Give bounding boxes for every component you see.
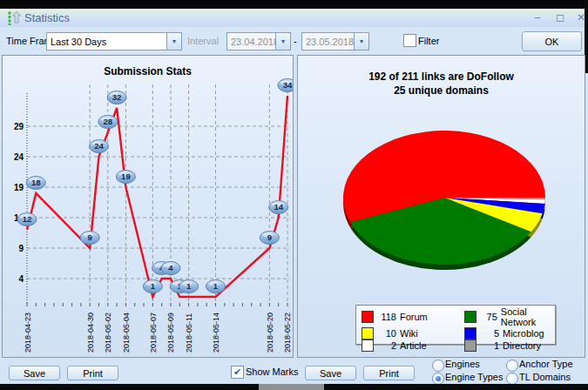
data-point-marker: 1 bbox=[143, 280, 162, 293]
ok-button[interactable]: OK bbox=[522, 31, 582, 51]
x-axis-date-label: 2018-05-09 bbox=[166, 313, 175, 353]
data-point-marker: 34 bbox=[278, 79, 293, 92]
data-point-marker: 9 bbox=[260, 232, 279, 245]
time-frame-value: Last 30 Days bbox=[47, 37, 166, 47]
x-axis-date-label: 2018-05-11 bbox=[185, 313, 193, 353]
print-chart-button-label: Print bbox=[83, 368, 103, 379]
radio-label: Anchor Type bbox=[519, 359, 573, 369]
x-axis-date-label: 2018-05-22 bbox=[283, 313, 292, 353]
interval-to-datepicker[interactable]: 23.05.2018 ▼ bbox=[301, 32, 369, 50]
legend-color-swatch bbox=[362, 311, 374, 323]
save-chart-button[interactable]: Save bbox=[9, 366, 60, 380]
x-axis-date-label: 2018-05-04 bbox=[122, 313, 131, 353]
filter-checkbox[interactable] bbox=[403, 34, 416, 47]
title-bar[interactable]: Statistics – ◻ ✕ bbox=[0, 9, 585, 28]
data-point-marker: 18 bbox=[26, 177, 45, 190]
interval-from-datepicker[interactable]: 23.04.2018 ▼ bbox=[226, 32, 291, 50]
data-point-marker: 12 bbox=[17, 213, 37, 226]
y-axis-tick-label: 9 bbox=[18, 244, 24, 253]
interval-from-value: 23.04.2018 bbox=[227, 37, 275, 47]
legend-label: Social Network bbox=[501, 306, 558, 327]
submission-stats-panel: Submission Stats 49141924292018-04-23201… bbox=[2, 55, 294, 358]
data-point-marker: 19 bbox=[116, 171, 135, 184]
x-axis-date-label: 2018-05-07 bbox=[149, 313, 158, 353]
svg-text:12: 12 bbox=[23, 214, 32, 224]
svg-text:14: 14 bbox=[274, 202, 283, 212]
svg-text:28: 28 bbox=[104, 117, 113, 126]
y-axis-tick-label: 29 bbox=[14, 122, 24, 131]
x-axis-date-label: 2018-04-23 bbox=[24, 313, 32, 353]
svg-text:19: 19 bbox=[121, 171, 131, 181]
background-window-bottom-accent bbox=[259, 384, 324, 390]
y-axis-tick-label: 4 bbox=[18, 274, 24, 284]
time-frame-select[interactable]: Last 30 Days ▼ bbox=[46, 32, 182, 50]
radio-label: Engine Types bbox=[445, 372, 503, 382]
svg-text:32: 32 bbox=[112, 92, 122, 102]
pie-legend: 118Forum10Wiki2Article75Social Network5M… bbox=[355, 305, 556, 345]
radio-engines[interactable] bbox=[432, 360, 444, 372]
background-window-top-edge bbox=[0, 0, 588, 9]
legend-item: 1Directory bbox=[464, 340, 558, 352]
show-marks-checkbox[interactable]: ✔ bbox=[231, 366, 244, 379]
interval-separator: - bbox=[294, 36, 297, 46]
save-pie-button[interactable]: Save bbox=[305, 366, 356, 380]
legend-value: 1 bbox=[480, 340, 499, 351]
interval-label: Interval bbox=[187, 36, 219, 46]
data-point-marker: 32 bbox=[107, 91, 126, 104]
x-axis-date-label: 2018-05-20 bbox=[266, 313, 274, 353]
svg-text:1: 1 bbox=[151, 281, 156, 291]
toolbar: Time Frame Last 30 Days ▼ Interval 23.04… bbox=[0, 27, 585, 54]
radio-label: TL Domains bbox=[519, 372, 571, 382]
maximize-icon[interactable]: ◻ bbox=[551, 10, 569, 24]
svg-text:9: 9 bbox=[88, 232, 92, 242]
save-pie-button-label: Save bbox=[320, 368, 341, 379]
svg-text:1: 1 bbox=[186, 281, 192, 291]
radio-anchor-type[interactable] bbox=[506, 360, 518, 372]
y-axis-tick-label: 24 bbox=[14, 152, 24, 162]
svg-text:4: 4 bbox=[168, 263, 173, 272]
show-marks-label: Show Marks bbox=[246, 366, 299, 377]
save-chart-button-label: Save bbox=[24, 368, 45, 379]
chevron-down-icon[interactable]: ▼ bbox=[275, 33, 290, 50]
svg-text:9: 9 bbox=[267, 232, 272, 242]
close-icon[interactable]: ✕ bbox=[572, 10, 588, 24]
legend-value: 75 bbox=[480, 312, 497, 322]
legend-item: 75Social Network bbox=[464, 306, 558, 327]
interval-to-value: 23.05.2018 bbox=[302, 37, 354, 47]
x-axis-date-label: 2018-05-02 bbox=[104, 313, 112, 353]
legend-label: Article bbox=[400, 340, 427, 351]
radio-tl-domains[interactable] bbox=[506, 373, 518, 385]
print-chart-button[interactable]: Print bbox=[67, 366, 118, 380]
legend-color-swatch bbox=[362, 327, 374, 340]
print-pie-button-label: Print bbox=[379, 368, 399, 379]
legend-label: Directory bbox=[503, 340, 541, 351]
data-point-marker: 1 bbox=[179, 280, 199, 293]
footer-bar: Save Print ✔ Show Marks Save Print Engin… bbox=[0, 358, 588, 384]
legend-item: 2Article bbox=[362, 340, 464, 352]
window-title: Statistics bbox=[24, 11, 70, 24]
filter-label: Filter bbox=[418, 36, 439, 46]
legend-item: 10Wiki bbox=[362, 327, 464, 340]
data-point-marker: 14 bbox=[269, 201, 288, 214]
data-point-marker: 4 bbox=[161, 262, 180, 275]
legend-value: 118 bbox=[377, 312, 396, 322]
legend-label: Microblog bbox=[503, 328, 544, 339]
chevron-down-icon[interactable]: ▼ bbox=[166, 33, 181, 50]
svg-text:18: 18 bbox=[31, 178, 41, 187]
submission-line-chart: 49141924292018-04-232018-04-302018-05-02… bbox=[3, 56, 293, 357]
legend-color-swatch bbox=[464, 327, 476, 340]
y-axis-tick-label: 19 bbox=[14, 183, 24, 192]
radio-engine-types[interactable] bbox=[432, 373, 444, 385]
legend-color-swatch bbox=[464, 340, 476, 352]
minimize-icon[interactable]: – bbox=[529, 10, 546, 24]
print-pie-button[interactable]: Print bbox=[363, 366, 415, 380]
ok-button-label: OK bbox=[545, 37, 559, 47]
data-point-marker: 28 bbox=[98, 116, 118, 129]
data-point-marker: 24 bbox=[89, 140, 108, 153]
legend-item: 118Forum bbox=[362, 311, 464, 323]
legend-value: 10 bbox=[377, 328, 396, 339]
legend-value: 2 bbox=[377, 340, 396, 351]
svg-text:24: 24 bbox=[94, 141, 104, 151]
x-axis-date-label: 2018-05-14 bbox=[212, 313, 220, 353]
chevron-down-icon[interactable]: ▼ bbox=[354, 33, 368, 50]
